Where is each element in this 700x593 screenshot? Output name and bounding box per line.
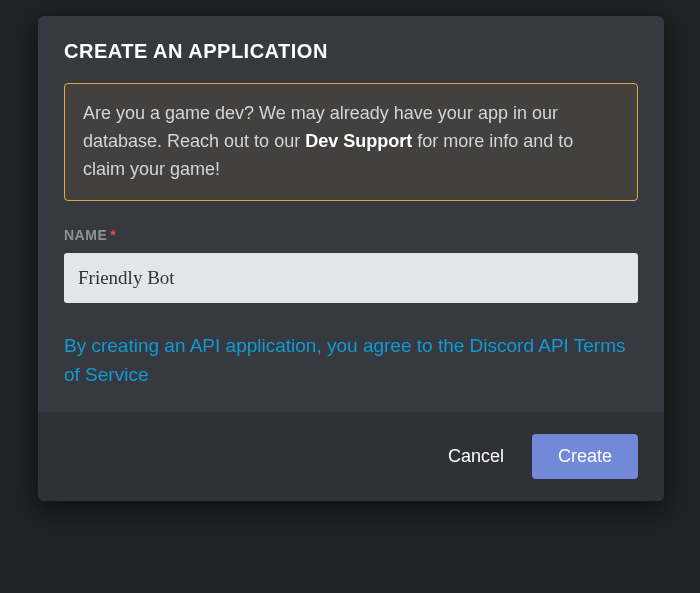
name-input[interactable] (64, 253, 638, 303)
terms-prefix: By creating an API application, you agre… (64, 335, 470, 356)
name-field-label: NAME* (64, 227, 638, 243)
modal-title: CREATE AN APPLICATION (64, 40, 638, 63)
cancel-button[interactable]: Cancel (448, 446, 504, 467)
create-application-modal: CREATE AN APPLICATION Are you a game dev… (38, 16, 664, 501)
required-indicator: * (110, 227, 116, 243)
game-dev-notice: Are you a game dev? We may already have … (64, 83, 638, 201)
terms-text: By creating an API application, you agre… (64, 331, 638, 390)
name-label-text: NAME (64, 227, 107, 243)
dev-support-link[interactable]: Dev Support (305, 131, 412, 151)
modal-body: CREATE AN APPLICATION Are you a game dev… (38, 16, 664, 412)
create-button[interactable]: Create (532, 434, 638, 479)
modal-footer: Cancel Create (38, 412, 664, 501)
